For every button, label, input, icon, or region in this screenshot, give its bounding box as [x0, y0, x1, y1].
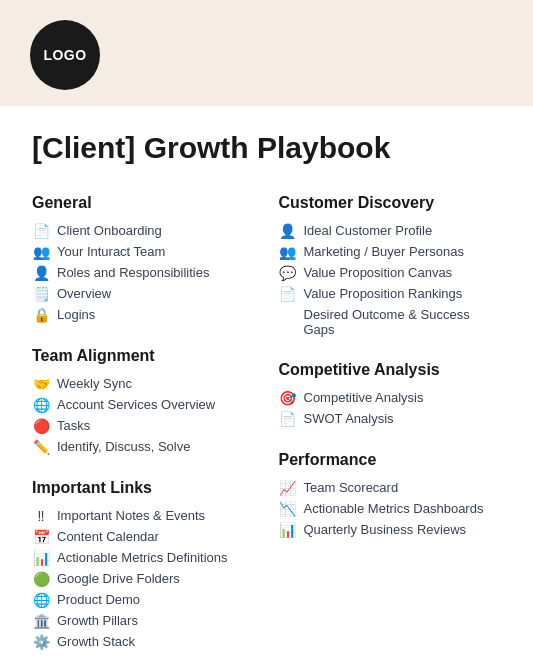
section-competitive-analysis: Competitive Analysis 🎯 Competitive Analy… [279, 361, 502, 429]
globe2-icon: 🌐 [32, 592, 50, 608]
list-item[interactable]: 🔴 Tasks [32, 415, 255, 436]
calendar-icon: 📅 [32, 529, 50, 545]
list-item[interactable]: 💬 Value Proposition Canvas [279, 262, 502, 283]
left-column: General 📄 Client Onboarding 👥 Your Intur… [32, 194, 255, 670]
list-item[interactable]: 👥 Your Inturact Team [32, 241, 255, 262]
section-team-alignment-title: Team Alignment [32, 347, 255, 365]
person-icon: 👤 [32, 265, 50, 281]
list-item[interactable]: 🌐 Product Demo [32, 589, 255, 610]
list-item[interactable]: 🟢 Google Drive Folders [32, 568, 255, 589]
list-item[interactable]: 📉 Actionable Metrics Dashboards [279, 498, 502, 519]
list-item[interactable]: ✏️ Identify, Discuss, Solve [32, 436, 255, 457]
section-important-links-title: Important Links [32, 479, 255, 497]
header: LOGO [0, 0, 533, 106]
dashboards-icon: 📉 [279, 501, 297, 517]
section-performance-title: Performance [279, 451, 502, 469]
personas-icon: 👥 [279, 244, 297, 260]
document-icon: 📄 [32, 223, 50, 239]
important-links-items: ‼️ Important Notes & Events 📅 Content Ca… [32, 505, 255, 652]
drive-icon: 🟢 [32, 571, 50, 587]
list-item[interactable]: 🤝 Weekly Sync [32, 373, 255, 394]
notes-icon: 🗒️ [32, 286, 50, 302]
page-title: [Client] Growth Playbook [32, 130, 501, 166]
list-item[interactable]: 👤 Roles and Responsibilities [32, 262, 255, 283]
list-item[interactable]: 📄 Client Onboarding [32, 220, 255, 241]
section-team-alignment: Team Alignment 🤝 Weekly Sync 🌐 Account S… [32, 347, 255, 457]
scorecard-icon: 📈 [279, 480, 297, 496]
lock-icon: 🔒 [32, 307, 50, 323]
section-customer-discovery-title: Customer Discovery [279, 194, 502, 212]
pillars-icon: 🏛️ [32, 613, 50, 629]
reviews-icon: 📊 [279, 522, 297, 538]
section-general-title: General [32, 194, 255, 212]
main-content: [Client] Growth Playbook General 📄 Clien… [0, 106, 533, 670]
exclamation-icon: ‼️ [32, 508, 50, 524]
list-item[interactable]: ‼️ Important Notes & Events [32, 505, 255, 526]
chart-icon: 📊 [32, 550, 50, 566]
pencil-icon: ✏️ [32, 439, 50, 455]
profile-icon: 👤 [279, 223, 297, 239]
list-item[interactable]: 🏛️ Growth Pillars [32, 610, 255, 631]
section-performance: Performance 📈 Team Scorecard 📉 Actionabl… [279, 451, 502, 540]
section-important-links: Important Links ‼️ Important Notes & Eve… [32, 479, 255, 652]
list-item[interactable]: 👤 Ideal Customer Profile [279, 220, 502, 241]
list-item[interactable]: 🎯 Competitive Analysis [279, 387, 502, 408]
performance-items: 📈 Team Scorecard 📉 Actionable Metrics Da… [279, 477, 502, 540]
content-grid: General 📄 Client Onboarding 👥 Your Intur… [32, 194, 501, 670]
canvas-icon: 💬 [279, 265, 297, 281]
tasks-icon: 🔴 [32, 418, 50, 434]
list-item[interactable]: 📊 Quarterly Business Reviews [279, 519, 502, 540]
section-general: General 📄 Client Onboarding 👥 Your Intur… [32, 194, 255, 325]
list-item[interactable]: 🌐 Account Services Overview [32, 394, 255, 415]
section-customer-discovery: Customer Discovery 👤 Ideal Customer Prof… [279, 194, 502, 339]
rankings-icon: 📄 [279, 286, 297, 302]
list-item[interactable]: 🗒️ Overview [32, 283, 255, 304]
list-item[interactable]: 👥 Marketing / Buyer Personas [279, 241, 502, 262]
right-column: Customer Discovery 👤 Ideal Customer Prof… [279, 194, 502, 670]
gear-icon: ⚙️ [32, 634, 50, 650]
section-competitive-analysis-title: Competitive Analysis [279, 361, 502, 379]
list-item[interactable]: 📈 Team Scorecard [279, 477, 502, 498]
globe-icon: 🌐 [32, 397, 50, 413]
target-icon: 🎯 [279, 390, 297, 406]
handshake-icon: 🤝 [32, 376, 50, 392]
list-item[interactable]: 📊 Actionable Metrics Definitions [32, 547, 255, 568]
customer-discovery-items: 👤 Ideal Customer Profile 👥 Marketing / B… [279, 220, 502, 339]
general-items: 📄 Client Onboarding 👥 Your Inturact Team… [32, 220, 255, 325]
swot-icon: 📄 [279, 411, 297, 427]
competitive-analysis-items: 🎯 Competitive Analysis 📄 SWOT Analysis [279, 387, 502, 429]
list-item[interactable]: ⚙️ Growth Stack [32, 631, 255, 652]
list-item[interactable]: 📅 Content Calendar [32, 526, 255, 547]
list-item[interactable]: Desired Outcome & Success Gaps [279, 304, 502, 339]
team-alignment-items: 🤝 Weekly Sync 🌐 Account Services Overvie… [32, 373, 255, 457]
team-icon: 👥 [32, 244, 50, 260]
list-item[interactable]: 📄 Value Proposition Rankings [279, 283, 502, 304]
logo: LOGO [30, 20, 100, 90]
list-item[interactable]: 📄 SWOT Analysis [279, 408, 502, 429]
list-item[interactable]: 🔒 Logins [32, 304, 255, 325]
